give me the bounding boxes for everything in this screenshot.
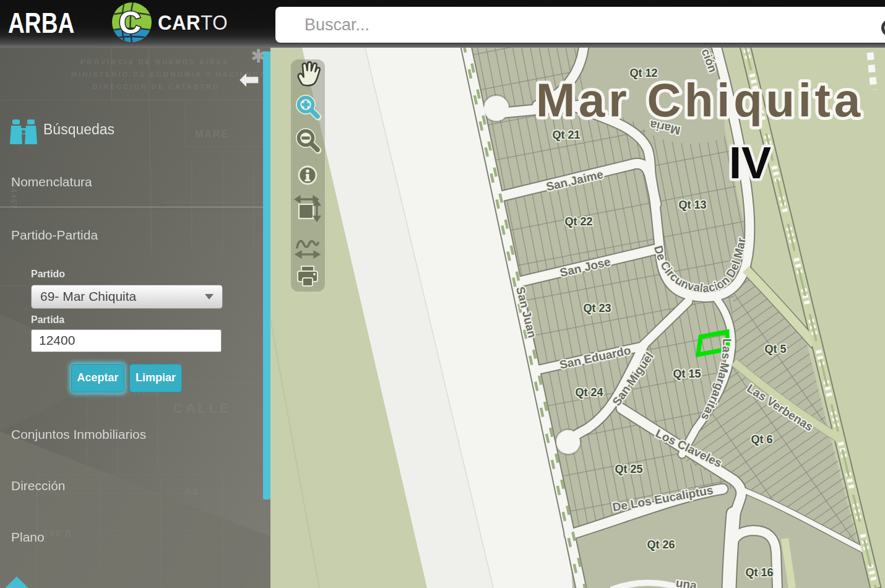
svg-text:Qt 16: Qt 16	[745, 566, 773, 579]
svg-text:Qt 12: Qt 12	[629, 67, 657, 79]
svg-text:Qt 26: Qt 26	[647, 538, 675, 551]
svg-text:MARE: MARE	[195, 129, 229, 139]
svg-text:Qt 22: Qt 22	[564, 215, 592, 228]
svg-text:C: C	[119, 6, 141, 40]
svg-text:PE: PE	[186, 487, 200, 496]
svg-text:100 B: 100 B	[43, 529, 72, 538]
svg-text:Qt 25: Qt 25	[615, 463, 642, 475]
svg-text:MINISTERIO DE ECONOMIA Y HACIE: MINISTERIO DE ECONOMIA Y HACIENDA	[71, 71, 267, 78]
svg-text:PROVINCIA DE BUENOS AIRES: PROVINCIA DE BUENOS AIRES	[80, 58, 229, 66]
svg-text:Qt 15: Qt 15	[673, 368, 701, 380]
svg-text:Qt 23: Qt 23	[583, 302, 611, 314]
svg-text:Qt 13: Qt 13	[678, 199, 706, 211]
svg-text:Qt 5: Qt 5	[764, 343, 786, 355]
svg-text:Qt 24: Qt 24	[575, 386, 603, 399]
svg-text:Qt 21: Qt 21	[552, 129, 580, 141]
svg-text:Qt 6: Qt 6	[751, 433, 772, 446]
svg-text:IV: IV	[729, 138, 771, 188]
svg-text:CALLE: CALLE	[173, 400, 231, 416]
svg-text:DIRECCION DE CATASTRO: DIRECCION DE CATASTRO	[93, 83, 220, 90]
